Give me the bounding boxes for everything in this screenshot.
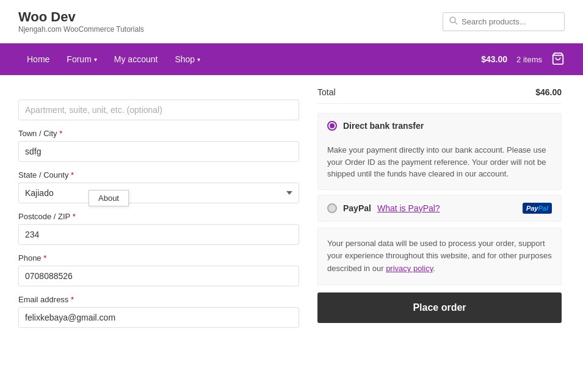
phone-label: Phone * (18, 253, 299, 263)
cart-amount: $43.00 (481, 54, 507, 64)
email-input[interactable] (18, 307, 299, 328)
nav-cart: $43.00 2 items (481, 52, 565, 67)
cart-icon[interactable] (551, 52, 565, 67)
postcode-input[interactable] (18, 224, 299, 245)
order-summary: Total $46.00 Direct bank transfer Make y… (317, 81, 562, 336)
payment-bank-description: Make your payment directly into our bank… (318, 138, 561, 189)
checkout-form: About Town / City * State / County * Kaj… (18, 81, 299, 336)
town-input[interactable] (18, 141, 299, 162)
state-label: State / County * (18, 170, 299, 180)
paypal-logo: PayPal (523, 203, 552, 214)
site-tagline: Njengah.com WooCommerce Tutorials (18, 25, 144, 34)
main-content: About Town / City * State / County * Kaj… (0, 75, 583, 343)
nav-item-myaccount[interactable]: My account (106, 43, 167, 75)
postcode-group: Postcode / ZIP * (18, 212, 299, 245)
site-logo: Woo Dev Njengah.com WooCommerce Tutorial… (18, 9, 144, 34)
site-title: Woo Dev (18, 9, 144, 25)
total-label: Total (317, 87, 336, 97)
order-total-row: Total $46.00 (317, 81, 562, 104)
svg-point-0 (450, 17, 455, 23)
main-nav: Home Forum ▾ My account Shop ▾ $43.00 2 … (0, 43, 583, 75)
email-label: Email address * (18, 295, 299, 304)
apartment-group: About (18, 81, 299, 120)
search-input[interactable] (462, 17, 558, 26)
nav-left: Home Forum ▾ My account Shop ▾ (18, 43, 209, 75)
nav-item-forum[interactable]: Forum ▾ (58, 43, 105, 75)
payment-option-paypal: PayPal What is PayPal? PayPal (317, 195, 562, 222)
state-group: State / County * Kajiado Nairobi Mombasa… (18, 170, 299, 203)
payment-option-bank: Direct bank transfer Make your payment d… (317, 113, 562, 190)
about-tooltip: About (89, 190, 129, 206)
privacy-policy-link[interactable]: privacy policy (386, 264, 433, 273)
payment-paypal-header[interactable]: PayPal What is PayPal? PayPal (318, 195, 561, 221)
search-bar[interactable] (443, 12, 565, 31)
nav-item-shop[interactable]: Shop ▾ (166, 43, 209, 75)
phone-group: Phone * (18, 253, 299, 286)
cart-count: 2 items (516, 55, 542, 64)
radio-paypal[interactable] (327, 203, 337, 213)
total-value: $46.00 (535, 87, 562, 97)
postcode-label: Postcode / ZIP * (18, 212, 299, 221)
payment-paypal-label: PayPal (343, 203, 371, 213)
svg-line-1 (455, 22, 457, 24)
chevron-down-icon: ▾ (197, 56, 200, 63)
chevron-down-icon: ▾ (94, 56, 97, 63)
place-order-button[interactable]: Place order (317, 292, 562, 323)
nav-item-home[interactable]: Home (18, 43, 58, 75)
privacy-notice: Your personal data will be used to proce… (317, 228, 562, 285)
town-group: Town / City * (18, 129, 299, 162)
state-select[interactable]: Kajiado Nairobi Mombasa Kisumu (18, 183, 299, 203)
paypal-link[interactable]: What is PayPal? (377, 203, 440, 213)
email-group: Email address * (18, 295, 299, 328)
header: Woo Dev Njengah.com WooCommerce Tutorial… (0, 0, 583, 43)
payment-section: Direct bank transfer Make your payment d… (317, 113, 562, 222)
town-label: Town / City * (18, 129, 299, 138)
payment-bank-label: Direct bank transfer (343, 121, 424, 131)
search-icon (449, 16, 458, 27)
phone-input[interactable] (18, 266, 299, 286)
radio-bank[interactable] (327, 121, 337, 131)
payment-bank-header[interactable]: Direct bank transfer (318, 114, 561, 138)
apartment-input[interactable] (18, 100, 299, 120)
